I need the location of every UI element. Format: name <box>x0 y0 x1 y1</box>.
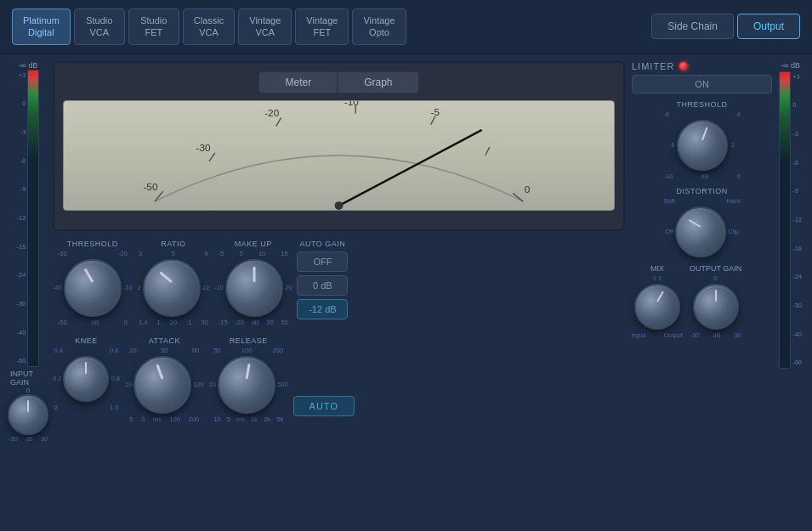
distortion-label: DISTORTION <box>676 187 727 195</box>
knee-label: KNEE <box>75 336 98 345</box>
threshold-scale-10: -10 <box>123 284 133 291</box>
auto-gain-section: AUTO GAIN OFF 0 dB -12 dB <box>297 240 348 319</box>
knee-knob[interactable] <box>63 356 109 402</box>
knee-scale-0.2: 0.2 <box>53 375 61 382</box>
ratio-top-scale: 3 5 8 <box>139 250 208 257</box>
threshold-label: THRESHOLD <box>67 240 118 248</box>
output-gain-knob[interactable] <box>693 284 739 330</box>
mix-1-1: 1:1 <box>653 274 662 282</box>
mix-scale: Input Output <box>632 331 683 339</box>
threshold-r-bottom-scale: -10 dB 0 <box>664 172 741 180</box>
svg-text:-10: -10 <box>344 101 359 108</box>
svg-line-1 <box>209 153 215 161</box>
svg-text:-30: -30 <box>196 142 210 154</box>
output-gain-scale: -30 dB 30 <box>690 331 741 339</box>
attack-scale-10: 10 <box>125 381 132 388</box>
attack-label: ATTACK <box>149 336 180 345</box>
preset-studio-vca[interactable]: StudioVCA <box>74 8 125 45</box>
input-gain-scale: -30 dB 30 <box>9 435 48 443</box>
output-button[interactable]: Output <box>737 14 800 39</box>
makeup-scale-20: 20 <box>285 284 292 291</box>
svg-text:-20: -20 <box>264 106 279 118</box>
preset-vintage-fet[interactable]: VintageFET <box>295 8 349 45</box>
threshold-r-top-scale: -6 -4 <box>664 110 741 118</box>
limiter-on-button[interactable]: ON <box>632 75 772 93</box>
vu-left-scale: +3 0 -3 -6 -9 -12 -18 -24 -30 -40 -60 <box>17 70 26 367</box>
attack-knob-row: 10 120 <box>125 356 204 414</box>
release-group: RELEASE 50 100 200 20 500 10 5 ms <box>209 336 288 423</box>
threshold-r-knob-row: -8 -2 <box>669 120 735 171</box>
input-gain-label: INPUT GAIN <box>10 370 46 387</box>
output-gain-0: 0 <box>714 274 718 282</box>
threshold-r-scale-2: -2 <box>730 141 735 149</box>
auto-gain-label: AUTO GAIN <box>299 240 345 248</box>
auto-gain-off-btn[interactable]: OFF <box>297 251 348 272</box>
knobs-row-2: KNEE 0.4 0.6 0.2 0.8 0 1.0 <box>53 336 625 423</box>
threshold-group: THRESHOLD -30 -20 -40 -10 -50 dB 0 <box>53 240 133 326</box>
svg-text:0: 0 <box>525 184 531 195</box>
attack-scale-120: 120 <box>193 381 204 388</box>
preset-tabs: PlatinumDigital StudioVCA StudioFET Clas… <box>12 8 629 45</box>
ratio-group: RATIO 3 5 8 2 12 1.4 1 20 :1 <box>138 240 210 326</box>
makeup-bottom-scale: -15 -20 dB 30 50 <box>219 319 288 326</box>
preset-studio-fet[interactable]: StudioFET <box>128 8 179 45</box>
mix-group: MIX 1:1 Input Output <box>632 264 683 339</box>
center-area: Meter Graph -50 -30 <box>53 61 625 516</box>
limiter-label: LIMITER <box>632 61 674 71</box>
output-vu-top-label: -∞ dB <box>781 61 800 70</box>
threshold-top-scale: -30 -20 <box>58 250 128 257</box>
vu-left-bar <box>27 70 39 367</box>
attack-knob[interactable] <box>133 356 191 414</box>
meter-tab[interactable]: Meter <box>258 71 338 93</box>
svg-line-5 <box>485 147 490 155</box>
preset-classic-vca[interactable]: ClassicVCA <box>183 8 235 45</box>
mix-knob[interactable] <box>634 284 680 330</box>
release-knob-row: 20 500 <box>209 356 288 414</box>
svg-point-14 <box>335 201 344 210</box>
distortion-off: Off <box>665 228 673 235</box>
vu-needle-area: -50 -30 -20 -10 -5 0 <box>63 100 615 211</box>
preset-vintage-opto[interactable]: VintageOpto <box>352 8 406 45</box>
mix-output-row: MIX 1:1 Input Output OUTPUT GAIN 0 <box>632 264 772 339</box>
ratio-knob[interactable] <box>143 259 201 317</box>
release-bottom-scale: 10 5 ms 1k 2k 5k <box>213 415 283 423</box>
limiter-controls: LIMITER ON THRESHOLD -6 -4 -8 <box>632 61 772 339</box>
svg-line-13 <box>339 130 481 206</box>
makeup-knob[interactable] <box>225 259 283 317</box>
side-chain-button[interactable]: Side Chain <box>651 14 734 39</box>
threshold-bottom-scale: -50 dB 0 <box>58 319 128 326</box>
input-vu-top-label: -∞ dB <box>19 61 38 70</box>
threshold-scale-40: -40 <box>53 284 62 291</box>
auto-button[interactable]: AUTO <box>293 396 355 416</box>
limiter-threshold-knob[interactable] <box>677 120 728 171</box>
threshold-knob[interactable] <box>64 259 122 317</box>
distortion-clip: Clip <box>728 228 739 235</box>
knee-knob-row: 0.2 0.8 <box>53 356 120 402</box>
preset-vintage-vca[interactable]: VintageVCA <box>238 8 292 45</box>
svg-text:-5: -5 <box>430 105 440 117</box>
auto-gain-12db-btn[interactable]: -12 dB <box>297 299 348 319</box>
ratio-label: RATIO <box>161 240 185 248</box>
limiter-led <box>679 62 688 71</box>
vu-right-bar <box>779 71 791 369</box>
meter-tab-group: Meter Graph <box>63 71 615 93</box>
ratio-scale-2: 2 <box>138 284 141 291</box>
distortion-knob[interactable] <box>675 206 726 257</box>
release-knob[interactable] <box>218 356 275 414</box>
makeup-scale-10: -10 <box>214 284 224 291</box>
svg-text:-50: -50 <box>143 181 157 193</box>
input-gain-knob[interactable] <box>8 394 48 435</box>
knee-group: KNEE 0.4 0.6 0.2 0.8 0 1.0 <box>53 336 120 411</box>
input-gain-0: 0 <box>26 387 30 394</box>
limiter-threshold-label: THRESHOLD <box>677 100 728 109</box>
release-scale-20: 20 <box>209 381 216 388</box>
threshold-knob-row: -40 -10 <box>53 259 133 317</box>
auto-gain-0db-btn[interactable]: 0 dB <box>297 275 348 296</box>
preset-platinum-digital[interactable]: PlatinumDigital <box>12 8 71 45</box>
makeup-group: MAKE UP -5 5 10 15 -10 20 -15 -20 <box>214 240 292 326</box>
knobs-row-1: THRESHOLD -30 -20 -40 -10 -50 dB 0 <box>53 240 625 326</box>
auto-section: AUTO <box>293 336 355 423</box>
ratio-bottom-scale: 1.4 1 20 :1 30 <box>139 319 208 326</box>
graph-tab[interactable]: Graph <box>338 71 418 93</box>
vu-arc-svg: -50 -30 -20 -10 -5 0 <box>64 101 614 210</box>
